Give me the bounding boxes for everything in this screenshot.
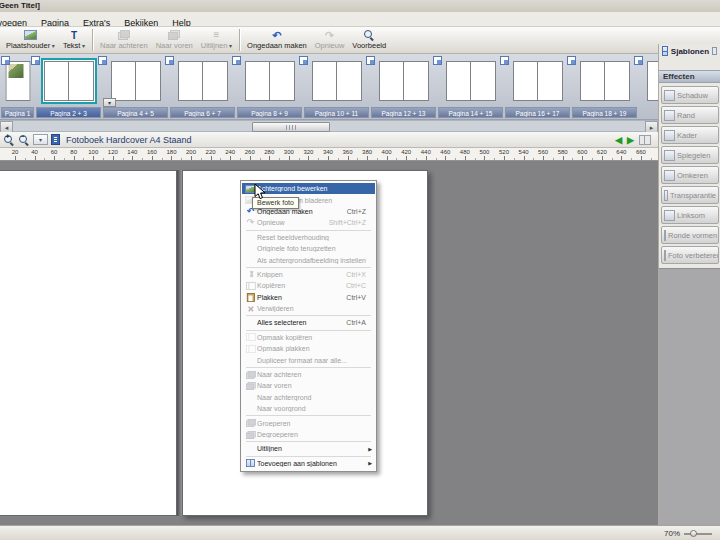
menu-help[interactable]: Help xyxy=(165,16,198,27)
placeholder-icon xyxy=(24,30,37,40)
page-thumbnail-label: Pagina 4 + 5 xyxy=(103,107,168,118)
thumbnail-scrollbar[interactable] xyxy=(0,120,658,132)
insert-pages-icon[interactable] xyxy=(567,56,576,65)
tekst-button[interactable]: TTekst xyxy=(59,28,89,53)
templates-panel-area xyxy=(659,268,720,525)
thumbnail-photo xyxy=(8,64,23,78)
shortcut-label: Ctrl+V xyxy=(346,294,366,301)
delete-icon xyxy=(247,305,255,313)
context-item-degroeperen: Degroeperen xyxy=(242,429,375,440)
templates-tab[interactable]: Sjablonen xyxy=(659,44,720,58)
page-thumbnail-pagina-14-15[interactable]: Pagina 14 + 15 xyxy=(437,54,504,120)
redo-icon: ↷ xyxy=(246,218,256,227)
thumbnail-pages xyxy=(43,60,95,102)
send-backward-icon xyxy=(246,371,256,379)
copy-icon xyxy=(246,282,256,290)
page-thumbnail-label: Pagina 1 xyxy=(1,107,34,118)
templates-tab-label: Sjablonen xyxy=(671,47,709,56)
ruler-number: 140 xyxy=(127,149,137,156)
insert-pages-icon[interactable] xyxy=(500,56,509,65)
zoom-percentage: 70% xyxy=(664,526,680,540)
insert-pages-icon[interactable] xyxy=(98,56,107,65)
panel-pin-icon[interactable] xyxy=(712,47,717,55)
page-thumbnail-pagina-2-3[interactable]: Pagina 2 + 3 xyxy=(35,54,102,120)
menu-extra-s[interactable]: Extra's xyxy=(76,16,117,27)
ongedaan-maken-button[interactable]: ↶Ongedaan maken xyxy=(243,28,311,53)
page-thumbnail-pagina-12-13[interactable]: Pagina 12 + 13 xyxy=(370,54,437,120)
zoom-slider-knob[interactable] xyxy=(690,530,697,537)
ruler-number: 300 xyxy=(284,149,294,156)
page-thumbnail-pagina-16-17[interactable]: Pagina 16 + 17 xyxy=(504,54,571,120)
insert-pages-icon[interactable] xyxy=(433,56,442,65)
effects-header: Effecten xyxy=(659,70,720,83)
page-left[interactable] xyxy=(0,170,177,516)
context-item-alles-selecteren[interactable]: Alles selecterenCtrl+A xyxy=(242,317,375,328)
page-thumbnail-label: Pagina 2 + 3 xyxy=(36,107,101,118)
next-page-arrow-icon[interactable] xyxy=(627,134,634,146)
thumbnail-pages xyxy=(244,60,296,102)
toolbar-button-label: Plaatshouder xyxy=(6,41,55,51)
insert-pages-icon[interactable] xyxy=(232,56,241,65)
paste-icon xyxy=(247,293,255,302)
page-thumbnail-pagina-10-11[interactable]: Pagina 10 + 11 xyxy=(303,54,370,120)
effect-icon xyxy=(664,170,675,181)
insert-pages-icon[interactable] xyxy=(366,56,375,65)
toolbar-separator xyxy=(92,29,93,51)
effect-foto-verbeteren: Foto verbeteren xyxy=(661,246,719,264)
insert-pages-icon[interactable] xyxy=(165,56,174,65)
thumbnail-pages xyxy=(445,60,497,102)
spread-view-icon[interactable] xyxy=(639,135,651,144)
context-item-reset-beeldverhouding: Reset beeldverhouding xyxy=(242,232,375,243)
menu-pagina[interactable]: Pagina xyxy=(34,16,76,27)
document-title: Fotoboek Hardcover A4 Staand xyxy=(66,135,192,145)
menu-separator xyxy=(246,415,371,416)
effect-icon xyxy=(664,130,675,141)
voorbeeld-button[interactable]: Voorbeeld xyxy=(348,28,390,53)
context-item-knippen: KnippenCtrl+X xyxy=(242,269,375,280)
page-thumbnail-pagina-6-7[interactable]: Pagina 6 + 7 xyxy=(169,54,236,120)
ruler-number: 40 xyxy=(31,149,38,156)
zoom-preset-dropdown[interactable] xyxy=(33,134,48,145)
effect-label: Omkeren xyxy=(677,171,708,180)
context-item-plakken[interactable]: PlakkenCtrl+V xyxy=(242,292,375,303)
insert-pages-icon[interactable] xyxy=(31,56,40,65)
context-item-kopi-ren: KopiërenCtrl+C xyxy=(242,280,375,291)
menu-bekijken[interactable]: Bekijken xyxy=(117,16,165,27)
format-copy-icon xyxy=(246,333,256,341)
page-thumbnail-pagina-4-5[interactable]: Pagina 4 + 5 xyxy=(102,54,169,120)
zoom-in-icon[interactable] xyxy=(3,134,15,146)
page-thumbnail-pagina-8-9[interactable]: Pagina 8 + 9 xyxy=(236,54,303,120)
ruler-number: 600 xyxy=(577,149,587,156)
effect-label: Foto verbeteren xyxy=(668,251,719,260)
insert-pages-icon[interactable] xyxy=(299,56,308,65)
shortcut-label: Ctrl+C xyxy=(346,282,366,289)
page-thumbnail-pagina-18-19[interactable]: Pagina 18 + 19 xyxy=(571,54,638,120)
ruler-number: 520 xyxy=(499,149,509,156)
effect-icon xyxy=(664,210,675,221)
scrollbar-thumb[interactable] xyxy=(252,122,330,132)
page-thumbnail-label: Pagina 10 + 11 xyxy=(304,107,369,118)
bring-forward-icon xyxy=(168,30,180,40)
page-options-dropdown[interactable] xyxy=(103,98,116,107)
insert-pages-icon[interactable] xyxy=(1,56,10,65)
context-item-opmaak-plakken: Opmaak plakken xyxy=(242,343,375,354)
context-item-uitlijnen[interactable]: Uitlijnen▶ xyxy=(242,443,375,454)
ruler-number: 320 xyxy=(303,149,313,156)
pages-thumbnail-strip: Pagina 1Pagina 2 + 3Pagina 4 + 5Pagina 6… xyxy=(0,54,658,120)
context-item-originele-foto-terugzetten: Originele foto terugzetten xyxy=(242,243,375,254)
zoom-slider[interactable] xyxy=(684,533,712,535)
ruler-number: 640 xyxy=(616,149,626,156)
insert-pages-icon[interactable] xyxy=(634,56,643,65)
context-item-toevoegen-aan-sjablonen[interactable]: Toevoegen aan sjablonen▶ xyxy=(242,458,375,469)
zoom-out-icon[interactable] xyxy=(18,134,30,146)
undo-icon: ↶ xyxy=(271,30,283,41)
send-backward-icon xyxy=(118,30,130,40)
menu-invoegen[interactable]: Invoegen xyxy=(0,16,34,27)
previous-page-arrow-icon[interactable] xyxy=(615,134,622,146)
effect-label: Ronde vormen xyxy=(668,231,717,240)
plaatshouder-button[interactable]: Plaatshouder xyxy=(2,28,59,53)
document-toolbar: Fotoboek Hardcover A4 Staand xyxy=(0,132,658,148)
effect-label: Schaduw xyxy=(677,91,708,100)
ruler-number: 580 xyxy=(558,149,568,156)
ruler-number: 160 xyxy=(147,149,157,156)
